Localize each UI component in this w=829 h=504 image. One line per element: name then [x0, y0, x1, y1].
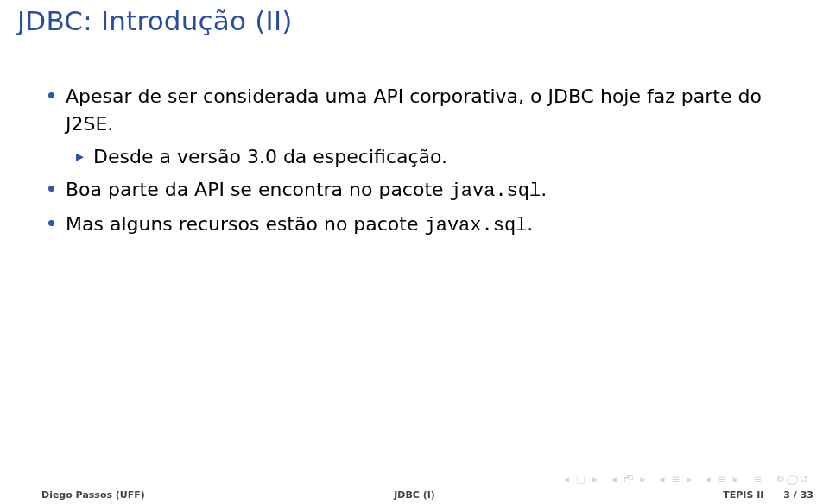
footer-title: JDBC (I) [0, 489, 829, 501]
bullet-item: Apesar de ser considerada uma API corpor… [43, 83, 794, 138]
slide: JDBC: Introdução (II) Apesar de ser cons… [0, 0, 829, 504]
subbullet-item: Desde a versão 3.0 da especificação. [43, 143, 794, 171]
nav-search-icon[interactable]: ↻◯↺ [775, 473, 810, 485]
nav-presentation-icon[interactable]: ≡ [754, 473, 764, 485]
nav-prev-icon[interactable]: ◂ 🗗 ▸ [611, 473, 648, 485]
bullet-text: . [541, 179, 547, 200]
nav-page-icon[interactable]: ◂ ≡ ▸ [706, 473, 740, 485]
code-text: javax.sql [425, 215, 528, 236]
code-text: java.sql [450, 180, 541, 202]
nav-section-icon[interactable]: ◂ ≡ ▸ [659, 473, 693, 485]
bullet-text: Boa parte da API se encontra no pacote [66, 179, 450, 200]
slide-body: Apesar de ser considerada uma API corpor… [43, 83, 794, 244]
bullet-text: . [527, 213, 533, 235]
bullet-item: Mas alguns recursos estão no pacote java… [43, 211, 794, 240]
bullet-text: Mas alguns recursos estão no pacote [66, 213, 425, 235]
bullet-item: Boa parte da API se encontra no pacote j… [43, 176, 794, 205]
footer-course: TEPIS II [723, 489, 763, 501]
slide-title: JDBC: Introdução (II) [17, 5, 293, 36]
footer: Diego Passos (UFF) JDBC (I) TEPIS II 3 /… [0, 485, 829, 504]
nav-symbols[interactable]: ◂ □ ▸ ◂ 🗗 ▸ ◂ ≡ ▸ ◂ ≡ ▸ ≡ ↻◯↺ [560, 473, 813, 485]
footer-page-number: 3 / 33 [783, 489, 813, 501]
footer-page: TEPIS II 3 / 33 [723, 489, 813, 501]
nav-first-icon[interactable]: ◂ □ ▸ [564, 473, 599, 485]
